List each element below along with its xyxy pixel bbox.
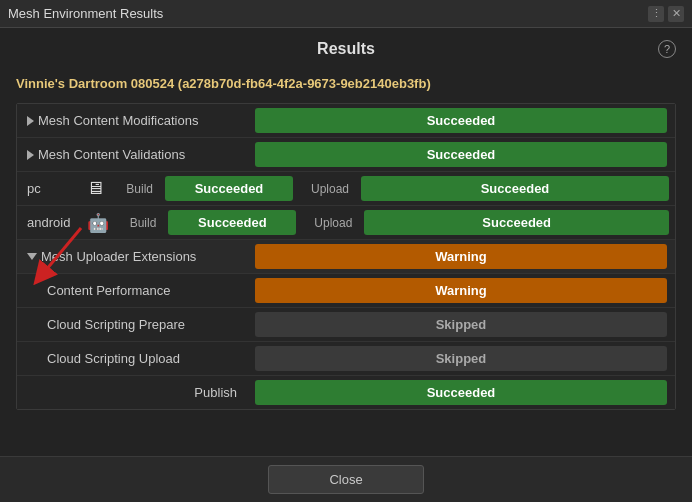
collapse-icon (27, 116, 34, 126)
pc-row: pc 🖥 Build Succeeded Upload Succeeded (17, 172, 675, 206)
upload-label-pc: Upload (299, 182, 355, 196)
content-performance-label: Content Performance (17, 277, 247, 304)
dialog-footer: Close (0, 456, 692, 502)
content-performance-row: Content Performance Warning (17, 274, 675, 308)
mesh-content-validations-badge: Succeeded (247, 138, 675, 171)
status-badge: Succeeded (255, 142, 667, 167)
help-icon[interactable]: ? (658, 40, 676, 58)
publish-label: Publish (17, 379, 247, 406)
android-row: android 🤖 Build Succeeded Upload Succeed… (17, 206, 675, 240)
cloud-scripting-upload-row: Cloud Scripting Upload Skipped (17, 342, 675, 376)
status-badge: Warning (255, 278, 667, 303)
platform-name-pc: pc (17, 177, 77, 200)
status-badge: Warning (255, 244, 667, 269)
cloud-scripting-prepare-row: Cloud Scripting Prepare Skipped (17, 308, 675, 342)
pc-upload-badge: Succeeded (355, 172, 675, 205)
title-bar: Mesh Environment Results ⋮ ✕ (0, 0, 692, 28)
scene-title: Vinnie's Dartroom 080524 (a278b70d-fb64-… (16, 74, 676, 93)
more-options-button[interactable]: ⋮ (648, 6, 664, 22)
pc-build-badge: Succeeded (159, 172, 299, 205)
mesh-content-validations-row: Mesh Content Validations Succeeded (17, 138, 675, 172)
status-badge: Succeeded (165, 176, 293, 201)
mesh-uploader-extensions-badge: Warning (247, 240, 675, 273)
close-window-button[interactable]: ✕ (668, 6, 684, 22)
results-table: Mesh Content Modifications Succeeded Mes… (16, 103, 676, 410)
dialog-header: Results ? (0, 28, 692, 66)
status-badge: Succeeded (255, 380, 667, 405)
dialog-title: Results (317, 40, 375, 58)
publish-badge: Succeeded (247, 376, 675, 409)
mesh-content-validations-label[interactable]: Mesh Content Validations (17, 141, 247, 168)
mesh-content-modifications-badge: Succeeded (247, 104, 675, 137)
title-bar-left: Mesh Environment Results (8, 6, 163, 21)
upload-label-android: Upload (302, 216, 358, 230)
build-label-android: Build (116, 216, 162, 230)
title-bar-title: Mesh Environment Results (8, 6, 163, 21)
cloud-scripting-prepare-label: Cloud Scripting Prepare (17, 311, 247, 338)
status-badge: Succeeded (255, 108, 667, 133)
status-badge: Skipped (255, 346, 667, 371)
cloud-scripting-upload-badge: Skipped (247, 342, 675, 375)
title-bar-controls: ⋮ ✕ (648, 6, 684, 22)
platform-name-android: android (17, 211, 80, 234)
mesh-uploader-extensions-row: Mesh Uploader Extensions Warning (17, 240, 675, 274)
status-badge: Succeeded (364, 210, 669, 235)
android-build-badge: Succeeded (162, 206, 302, 239)
mesh-content-modifications-label[interactable]: Mesh Content Modifications (17, 107, 247, 134)
collapse-icon (27, 150, 34, 160)
android-upload-badge: Succeeded (358, 206, 675, 239)
content-performance-badge: Warning (247, 274, 675, 307)
expand-icon (27, 253, 37, 260)
status-badge: Succeeded (361, 176, 669, 201)
publish-row: Publish Succeeded (17, 376, 675, 409)
close-button[interactable]: Close (268, 465, 423, 494)
cloud-scripting-upload-label: Cloud Scripting Upload (17, 345, 247, 372)
status-badge: Skipped (255, 312, 667, 337)
mesh-content-modifications-row: Mesh Content Modifications Succeeded (17, 104, 675, 138)
mesh-uploader-extensions-label[interactable]: Mesh Uploader Extensions (17, 243, 247, 270)
dialog-content: Vinnie's Dartroom 080524 (a278b70d-fb64-… (0, 66, 692, 456)
build-label-pc: Build (113, 182, 159, 196)
cloud-scripting-prepare-badge: Skipped (247, 308, 675, 341)
android-icon: 🤖 (80, 212, 116, 234)
status-badge: Succeeded (168, 210, 296, 235)
pc-icon: 🖥 (77, 178, 113, 199)
dialog: Results ? Vinnie's Dartroom 080524 (a278… (0, 28, 692, 502)
